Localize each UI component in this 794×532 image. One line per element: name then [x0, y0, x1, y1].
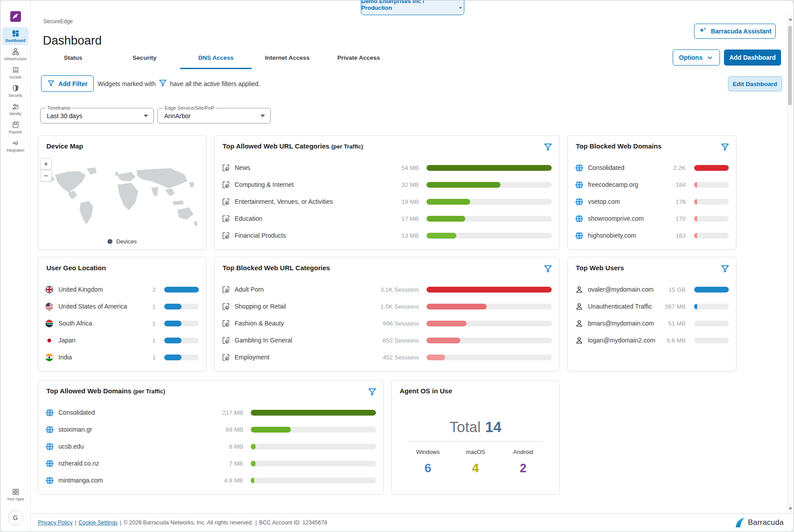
- add-filter-button[interactable]: Add Filter: [41, 75, 94, 92]
- item-value: 69 MB: [201, 426, 243, 433]
- identity-icon: [12, 103, 20, 111]
- separator: |: [75, 520, 76, 526]
- tab-label: DNS Access: [198, 54, 233, 61]
- list-item: logan@mydomain2.com5.6 MB: [568, 332, 736, 349]
- avatar[interactable]: G: [8, 510, 23, 525]
- total-label: Total: [450, 419, 481, 435]
- item-label: Entertainment, Venues, or Activities: [235, 198, 376, 205]
- item-value: 3.1K Sessions: [376, 286, 419, 293]
- flag-uk-icon: [45, 285, 54, 294]
- timeframe-select[interactable]: Timeframe Last 30 days: [40, 108, 154, 124]
- zoom-out-button[interactable]: −: [40, 170, 52, 181]
- user-icon: [575, 336, 583, 345]
- tab-internet-access[interactable]: Internet Access: [252, 46, 323, 69]
- item-bar: [426, 182, 552, 188]
- sidebar-nav: DashboardInfrastructureAccessSecurityIde…: [0, 27, 30, 155]
- item-bar: [164, 338, 199, 343]
- item-bar-fill: [694, 199, 697, 205]
- edge-service-select[interactable]: Edge Service/Site/PoP AnnArbor: [157, 108, 271, 124]
- item-value: 8 MB: [201, 443, 243, 450]
- list-item: bmars@mydomain.com51 MB: [568, 315, 736, 332]
- os-label: macOS: [452, 449, 500, 455]
- list-item: mintmanga.com4.8 MB: [38, 472, 383, 489]
- item-bar: [426, 199, 552, 205]
- filter-applied-funnel-icon: [543, 264, 553, 275]
- item-bar-fill: [426, 233, 456, 239]
- filter-note: Widgets marked with have all the active …: [98, 75, 260, 92]
- tenant-selector[interactable]: Demo Enterprises Inc / Production: [361, 0, 464, 15]
- list-item: United States of America1: [38, 298, 206, 315]
- item-bar: [694, 338, 729, 343]
- cookie-settings-link[interactable]: Cookie Settings: [79, 520, 118, 526]
- widget-agent-os: Agent OS in UseTotal14Windows6macOS4Andr…: [391, 380, 560, 495]
- item-label: Japan: [58, 337, 130, 344]
- category-icon: [222, 285, 230, 294]
- item-label: Employment: [235, 354, 376, 361]
- scroll-down-arrow-icon[interactable]: [789, 507, 792, 510]
- devices-legend-label: Devices: [116, 238, 136, 245]
- globe-icon: [575, 164, 583, 172]
- filter-applied-funnel-icon: [720, 264, 730, 275]
- filter-applied-funnel-icon: [720, 142, 730, 153]
- widget-title: User Geo Location: [46, 264, 106, 272]
- tab-dns-access[interactable]: DNS Access: [180, 46, 252, 69]
- item-bar: [251, 444, 376, 450]
- footer-brand-name: Barracuda: [748, 518, 784, 527]
- item-label: freecodecamp.org: [588, 181, 660, 188]
- item-value: 176: [660, 198, 686, 205]
- item-bar-fill: [426, 199, 470, 205]
- item-bar-fill: [164, 321, 182, 326]
- item-value: 452 Sessions: [376, 354, 419, 361]
- filter-applied-funnel-icon: [368, 387, 377, 398]
- sidebar-item-access[interactable]: Access: [2, 64, 29, 82]
- item-bar: [164, 355, 199, 360]
- separator: |: [120, 520, 121, 526]
- barracuda-logo-icon[interactable]: [10, 11, 21, 22]
- scrollbar[interactable]: [787, 15, 793, 513]
- list-item: Consolidated2.2K: [568, 159, 736, 176]
- caret-down-icon: [144, 115, 148, 117]
- item-label: Consolidated: [58, 409, 201, 416]
- item-value: 2.2K: [660, 165, 686, 171]
- bar-list: News54 MBComputing & Internet32 MBEntert…: [215, 159, 559, 244]
- tab-private-access[interactable]: Private Access: [323, 46, 394, 69]
- edit-dashboard-button[interactable]: Edit Dashboard: [728, 76, 782, 91]
- caret-down-icon: [261, 115, 265, 117]
- sidebar-item-label: Access: [9, 75, 21, 79]
- app-name: SecureEdge: [43, 18, 73, 25]
- item-bar: [694, 321, 729, 326]
- item-value: 4.8 MB: [201, 477, 243, 484]
- add-dashboard-button[interactable]: Add Dashboard: [724, 49, 781, 66]
- barracuda-assistant-button[interactable]: Barracuda Assistant: [694, 24, 776, 39]
- options-button[interactable]: Options: [673, 49, 720, 66]
- item-value: 1.5K Sessions: [376, 303, 419, 310]
- sidebar-item-dashboard[interactable]: Dashboard: [2, 27, 29, 45]
- sidebar-item-reports[interactable]: Reports: [2, 119, 29, 136]
- item-label: Shopping or Retail: [235, 303, 376, 310]
- item-bar: [694, 199, 729, 205]
- privacy-policy-link[interactable]: Privacy Policy: [38, 520, 73, 526]
- scrollbar-thumb[interactable]: [788, 26, 792, 105]
- filter-note-after: have all the active filters applied.: [170, 80, 260, 87]
- item-value: 163: [660, 232, 686, 239]
- item-label: nzherald.co.nz: [58, 460, 201, 467]
- scroll-up-arrow-icon[interactable]: [789, 18, 792, 21]
- item-value: 217 MB: [201, 409, 243, 416]
- sidebar-item-integration[interactable]: Integration: [2, 137, 29, 155]
- widget-web-users: Top Web Usersovaler@mydomain.com15 GBUna…: [567, 257, 736, 371]
- item-value: 15 GB: [660, 286, 686, 293]
- secureedge-dashboard-page: DashboardInfrastructureAccessSecurityIde…: [0, 0, 794, 532]
- tab-security[interactable]: Security: [109, 46, 180, 69]
- separator: |: [255, 520, 256, 526]
- zoom-in-button[interactable]: +: [40, 158, 52, 169]
- tab-status[interactable]: Status: [37, 46, 109, 69]
- sidebar-item-identity[interactable]: Identity: [2, 100, 29, 118]
- list-item: vsetop.com176: [568, 193, 736, 210]
- sidebar-item-infrastructure[interactable]: Infrastructure: [2, 45, 29, 63]
- user-icon: [575, 285, 583, 294]
- sidebar-item-security[interactable]: Security: [2, 82, 29, 100]
- sidebar-item-your-apps[interactable]: Your Apps: [2, 486, 29, 503]
- item-bar: [164, 287, 199, 293]
- devices-legend-dot-icon: [108, 239, 112, 244]
- account-id-text: BCC Account ID: 12345678: [259, 520, 327, 526]
